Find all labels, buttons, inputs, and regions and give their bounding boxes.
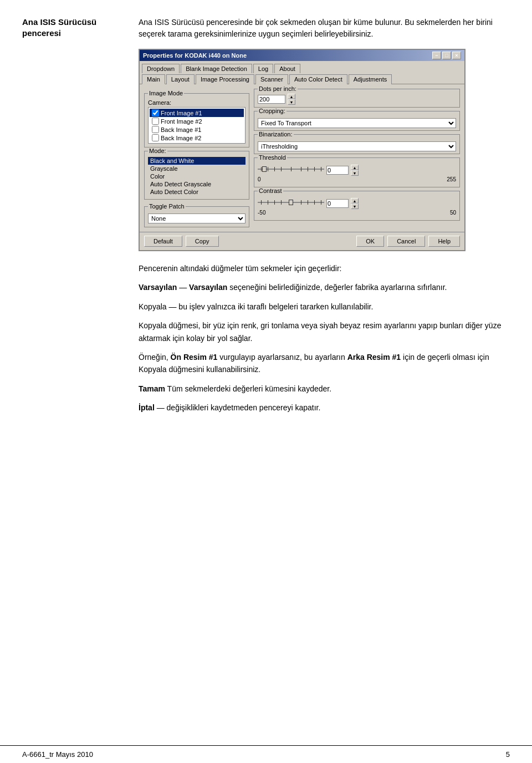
contrast-min-label: -50 (258, 210, 265, 216)
camera-item-2[interactable]: Front Image #2 (150, 117, 244, 125)
contrast-slider-row: ▲ ▼ (258, 198, 456, 209)
threshold-labels: 0 255 (258, 176, 456, 182)
cancel-button[interactable]: Cancel (387, 236, 425, 247)
body-para-4: Kopyala düğmesi, bir yüz için renk, gri … (139, 319, 510, 344)
threshold-controls: ▲ ▼ 0 255 (258, 165, 456, 182)
body-para-2: Varsayılan — Varsayılan seçeneğini belir… (139, 281, 510, 293)
toggle-patch-select[interactable]: None (148, 213, 245, 223)
mode-item-bw[interactable]: Black and White (148, 157, 245, 165)
tab-image-processing[interactable]: Image Processing (196, 74, 254, 84)
camera-check-2[interactable] (152, 118, 159, 125)
right-column: Ana ISIS Sürücüsü penceresinde bir çok s… (133, 17, 510, 729)
tab-log[interactable]: Log (253, 64, 273, 73)
mode-item-auto-color[interactable]: Auto Detect Color (148, 188, 245, 196)
content-area: Ana ISIS Sürücüsü penceresi Ana ISIS Sür… (0, 0, 532, 745)
dpi-spinner: ▲ ▼ (288, 94, 295, 105)
toggle-patch-label: Toggle Patch (148, 203, 186, 210)
camera-item-4[interactable]: Back Image #2 (150, 134, 244, 142)
camera-item-1[interactable]: Front Image #1 (150, 109, 244, 117)
ok-button[interactable]: OK (356, 236, 384, 247)
threshold-spin-down[interactable]: ▼ (351, 170, 359, 176)
tab-main[interactable]: Main (142, 74, 165, 84)
contrast-slider-track[interactable] (258, 198, 324, 209)
body-text-section: Pencerenin altındaki düğmeler tüm sekmel… (139, 262, 510, 414)
tab-scanner[interactable]: Scanner (255, 74, 288, 84)
contrast-label: Contrast (258, 187, 283, 194)
dialog-tabs-row1: Dropdown Blank Image Detection Log About (140, 61, 464, 73)
tab-blank-image[interactable]: Blank Image Detection (181, 64, 252, 73)
mode-label: Mode: (148, 147, 167, 154)
page-container: Ana ISIS Sürücüsü penceresi Ana ISIS Sür… (0, 0, 532, 763)
image-mode-group: Image Mode Camera: Front Image #1 (144, 93, 249, 147)
contrast-controls: ▲ ▼ -50 50 (258, 198, 456, 216)
contrast-spin-down[interactable]: ▼ (351, 204, 359, 209)
tab-dropdown[interactable]: Dropdown (142, 64, 180, 73)
toggle-patch-select-wrapper: None (148, 212, 245, 223)
dialog-right-panel: Dots per inch: 200 ▲ ▼ Croppin (254, 89, 460, 227)
tab-adjustments[interactable]: Adjustments (349, 74, 392, 84)
mode-item-grayscale[interactable]: Grayscale (148, 165, 245, 172)
dialog-title: Properties for KODAK i440 on None (143, 52, 247, 59)
contrast-value-input[interactable] (326, 199, 349, 208)
cropping-select-wrapper: Fixed To Transport (258, 117, 456, 128)
mode-item-color[interactable]: Color (148, 172, 245, 180)
camera-check-4[interactable] (152, 134, 159, 141)
camera-check-3[interactable] (152, 126, 159, 133)
dpi-label: Dots per inch: (258, 85, 298, 92)
dpi-group: Dots per inch: 200 ▲ ▼ (254, 89, 460, 108)
close-button[interactable]: × (452, 52, 461, 59)
camera-check-1[interactable] (152, 109, 159, 116)
binarization-label: Binarization: (258, 131, 294, 138)
camera-listbox: Front Image #1 Front Image #2 (148, 107, 245, 144)
cropping-label: Cropping: (258, 108, 287, 114)
body-para-6: Tamam Tüm sekmelerdeki değerleri kümesin… (139, 383, 510, 395)
threshold-value-input[interactable] (326, 166, 349, 175)
dpi-input[interactable]: 200 (258, 95, 285, 104)
footer-left: A-6661_tr Mayıs 2010 (22, 750, 93, 759)
contrast-group: Contrast (254, 191, 460, 221)
cropping-group: Cropping: Fixed To Transport (254, 111, 460, 131)
body-para-7: İptal — değişiklikleri kaydetmeden pence… (139, 401, 510, 414)
contrast-max-label: 50 (450, 210, 456, 216)
dialog-window: Properties for KODAK i440 on None − □ × … (139, 49, 466, 251)
cropping-select[interactable]: Fixed To Transport (258, 118, 456, 128)
contrast-spin-up[interactable]: ▲ (351, 198, 359, 204)
maximize-button[interactable]: □ (442, 52, 451, 59)
minimize-button[interactable]: − (432, 52, 441, 59)
camera-label: Camera: (148, 99, 245, 106)
titlebar-buttons: − □ × (432, 52, 461, 59)
dialog-left-panel: Image Mode Camera: Front Image #1 (144, 89, 249, 227)
dpi-spin-up[interactable]: ▲ (288, 94, 295, 99)
intro-text: Ana ISIS Sürücüsü penceresinde bir çok s… (139, 17, 510, 40)
threshold-spinner: ▲ ▼ (351, 165, 359, 176)
camera-item-3[interactable]: Back Image #1 (150, 125, 244, 134)
toggle-patch-group: Toggle Patch None (144, 206, 249, 227)
left-title: Ana ISIS Sürücüsü penceresi (22, 17, 122, 38)
dialog-footer: Default Copy OK Cancel Help (140, 232, 464, 250)
copy-button[interactable]: Copy (186, 236, 219, 247)
mode-item-auto-gray[interactable]: Auto Detect Grayscale (148, 180, 245, 188)
binarization-group: Binarization: iThresholding (254, 134, 460, 154)
mode-listbox: Black and White Grayscale Color Auto Det… (148, 157, 245, 196)
binarization-select[interactable]: iThresholding (258, 141, 456, 151)
dialog-titlebar: Properties for KODAK i440 on None − □ × (140, 50, 464, 61)
threshold-slider-track[interactable] (258, 165, 324, 176)
dialog-body: Image Mode Camera: Front Image #1 (140, 84, 464, 232)
binarization-select-wrapper: iThresholding (258, 140, 456, 151)
help-button[interactable]: Help (428, 236, 460, 247)
threshold-group: Threshold (254, 157, 460, 187)
default-button[interactable]: Default (144, 236, 182, 247)
body-para-5: Örneğin, Ön Resim #1 vurgulayıp ayarlars… (139, 351, 510, 376)
dpi-spin-down[interactable]: ▼ (288, 99, 295, 105)
mode-group: Mode: Black and White Grayscale Color Au… (144, 151, 249, 200)
tab-about[interactable]: About (274, 64, 300, 73)
tab-layout[interactable]: Layout (166, 74, 195, 84)
body-para-1: Pencerenin altındaki düğmeler tüm sekmel… (139, 262, 510, 274)
contrast-spinner: ▲ ▼ (351, 198, 359, 209)
body-para-3: Kopyala — bu işlev yalnızca iki taraflı … (139, 301, 510, 313)
page-footer: A-6661_tr Mayıs 2010 5 (0, 745, 532, 763)
left-column: Ana ISIS Sürücüsü penceresi (22, 17, 133, 729)
threshold-spin-up[interactable]: ▲ (351, 165, 359, 170)
tab-auto-color[interactable]: Auto Color Detect (289, 74, 347, 84)
threshold-slider-row: ▲ ▼ (258, 165, 456, 176)
